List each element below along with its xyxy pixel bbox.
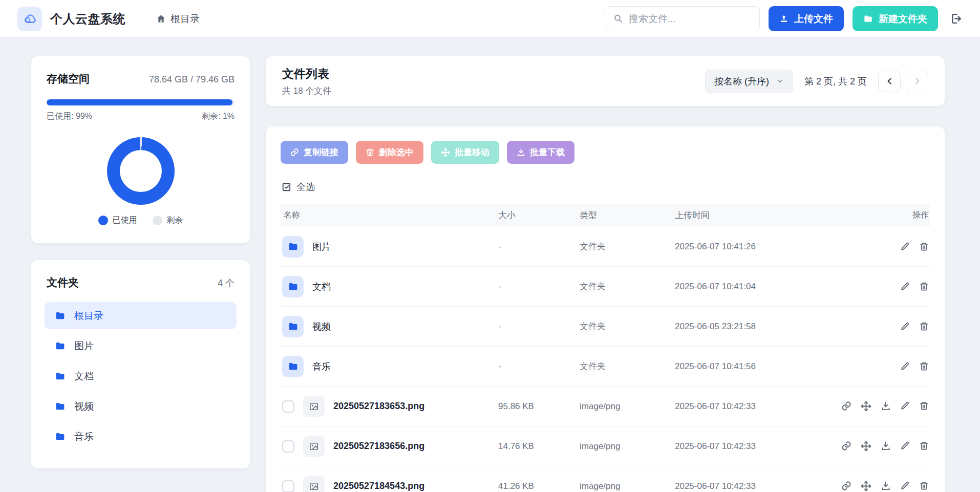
cloud-logo-icon	[22, 11, 37, 27]
delete-icon[interactable]	[919, 282, 929, 291]
search-input[interactable]	[629, 13, 751, 25]
edit-icon[interactable]	[900, 481, 910, 491]
col-actions: 操作	[842, 210, 930, 221]
download-icon	[517, 148, 525, 157]
upload-icon	[779, 14, 789, 24]
top-header: 个人云盘系统 根目录 上传文件	[0, 0, 980, 38]
file-name: 20250527183653.png	[333, 401, 424, 412]
copy-link-icon[interactable]	[841, 481, 851, 491]
move-icon[interactable]	[861, 441, 871, 452]
file-type: image/png	[580, 441, 675, 452]
prev-page-button[interactable]	[878, 71, 901, 92]
pagination-label: 第 2 页, 共 2 页	[804, 75, 867, 88]
file-size: 95.86 KB	[498, 401, 580, 412]
storage-used-label: 已使用: 99%	[47, 111, 92, 122]
upload-time: 2025-06-07 10:41:04	[675, 282, 842, 292]
table-body: 图片 - 文件夹 2025-06-07 10:41:26	[281, 227, 930, 492]
breadcrumb-label: 根目录	[171, 12, 200, 26]
copy-link-icon[interactable]	[841, 441, 851, 452]
delete-icon[interactable]	[919, 401, 929, 412]
batch-toolbar: 复制链接 删除选中 批量移动	[281, 141, 930, 164]
file-type: 文件夹	[580, 281, 675, 292]
delete-icon[interactable]	[919, 481, 929, 491]
col-size: 大小	[498, 209, 580, 221]
row-checkbox[interactable]	[282, 440, 294, 453]
delete-icon[interactable]	[919, 322, 929, 331]
file-type: 文件夹	[580, 241, 675, 252]
image-file-icon	[303, 476, 325, 492]
check-square-icon	[282, 182, 291, 192]
sidebar-folder-item[interactable]: 视频	[45, 393, 237, 420]
folder-icon	[863, 14, 873, 24]
file-name: 20250527184543.png	[333, 481, 424, 491]
folders-card: 文件夹 4 个 根目录	[31, 260, 250, 468]
edit-icon[interactable]	[900, 361, 910, 371]
table-row[interactable]: 20250527184543.png 41.26 KB image/png 20…	[281, 466, 930, 492]
folder-icon	[55, 401, 66, 412]
upload-file-button[interactable]: 上传文件	[769, 6, 844, 31]
row-checkbox[interactable]	[282, 480, 294, 492]
sidebar-folder-item[interactable]: 图片	[45, 332, 237, 359]
batch-download-button[interactable]: 批量下载	[507, 141, 574, 164]
move-icon[interactable]	[861, 401, 871, 412]
download-icon[interactable]	[881, 401, 891, 412]
sidebar-folder-label: 文档	[74, 370, 94, 383]
legend-dot-free	[153, 216, 162, 225]
table-row[interactable]: 20250527183656.png 14.76 KB image/png 20…	[281, 426, 930, 466]
copy-link-button[interactable]: 复制链接	[281, 141, 348, 164]
file-name: 20250527183656.png	[333, 441, 424, 452]
main-content: 文件列表 共 18 个文件 按名称 (升序) 第 2 页, 共 2 页	[266, 56, 945, 492]
batch-move-button[interactable]: 批量移动	[431, 141, 499, 164]
table-row[interactable]: 图片 - 文件夹 2025-06-07 10:41:26	[281, 227, 930, 267]
file-list-card: 复制链接 删除选中 批量移动	[266, 126, 945, 492]
edit-icon[interactable]	[900, 401, 910, 412]
storage-progress-bar	[47, 99, 235, 105]
delete-icon[interactable]	[919, 441, 929, 452]
upload-time: 2025-06-07 10:42:33	[675, 401, 842, 412]
folder-icon	[282, 236, 304, 258]
storage-usage-total: 78.64 GB / 79.46 GB	[149, 74, 235, 85]
table-row[interactable]: 视频 - 文件夹 2025-06-05 23:21:58	[281, 307, 930, 347]
breadcrumb[interactable]: 根目录	[156, 12, 200, 26]
folder-icon	[55, 340, 66, 351]
legend-free-label: 剩余	[167, 215, 183, 226]
logout-icon[interactable]	[950, 12, 963, 25]
edit-icon[interactable]	[900, 282, 910, 291]
copy-link-icon[interactable]	[841, 401, 851, 412]
delete-icon[interactable]	[919, 361, 929, 371]
sidebar-folder-label: 根目录	[74, 309, 103, 323]
col-type: 类型	[580, 209, 675, 221]
file-name: 文档	[312, 281, 331, 293]
storage-progress-fill	[47, 99, 232, 105]
next-page-button[interactable]	[906, 71, 928, 92]
sidebar-folder-item[interactable]: 文档	[45, 362, 237, 390]
file-size: -	[498, 282, 580, 292]
move-icon[interactable]	[861, 481, 871, 491]
table-row[interactable]: 20250527183653.png 95.86 KB image/png 20…	[281, 387, 930, 426]
select-all-label: 全选	[296, 181, 315, 193]
table-row[interactable]: 音乐 - 文件夹 2025-06-07 10:41:56	[281, 347, 930, 387]
folders-title: 文件夹	[47, 275, 79, 290]
sidebar-folder-item[interactable]: 根目录	[45, 302, 237, 329]
new-folder-button[interactable]: 新建文件夹	[853, 6, 938, 31]
row-checkbox[interactable]	[282, 400, 294, 413]
select-all-toggle[interactable]: 全选	[282, 181, 930, 193]
sort-select[interactable]: 按名称 (升序)	[705, 70, 793, 93]
edit-icon[interactable]	[900, 242, 910, 251]
sidebar-folder-item[interactable]: 音乐	[45, 423, 237, 450]
edit-icon[interactable]	[900, 322, 910, 331]
folder-icon	[282, 316, 304, 337]
storage-legend: 已使用 剩余	[47, 215, 235, 226]
download-icon[interactable]	[881, 481, 891, 491]
download-icon[interactable]	[881, 441, 891, 452]
delete-icon[interactable]	[919, 242, 929, 251]
storage-title: 存储空间	[47, 72, 90, 86]
edit-icon[interactable]	[900, 441, 910, 452]
delete-selected-button[interactable]: 删除选中	[356, 141, 423, 164]
file-type: 文件夹	[580, 360, 675, 372]
folder-icon	[55, 431, 66, 442]
table-row[interactable]: 文档 - 文件夹 2025-06-07 10:41:04	[281, 267, 930, 307]
file-type: image/png	[580, 401, 675, 412]
app-title: 个人云盘系统	[50, 11, 125, 27]
file-name: 图片	[312, 241, 331, 253]
